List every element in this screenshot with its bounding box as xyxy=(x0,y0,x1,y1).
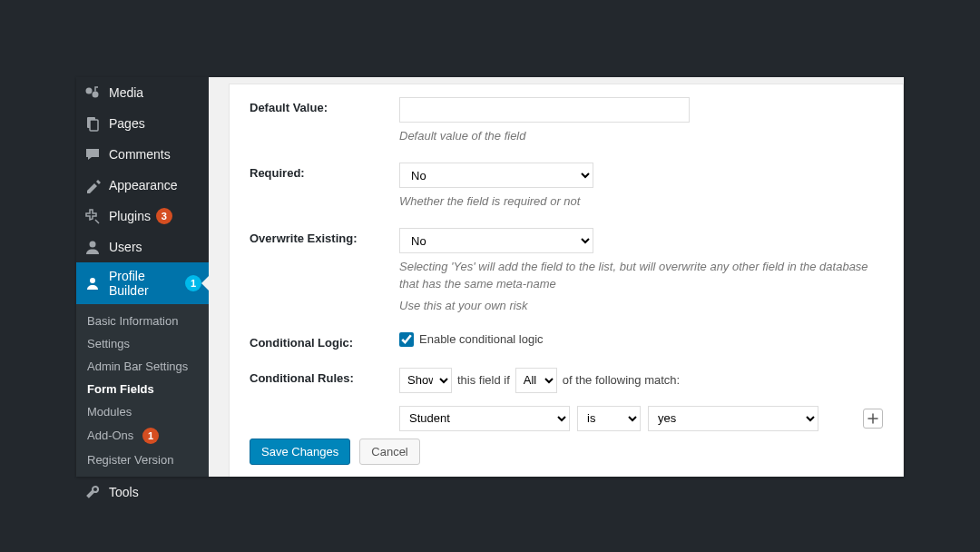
menu-label: Plugins xyxy=(109,209,151,223)
menu-profile-builder[interactable]: Profile Builder 1 xyxy=(76,262,209,304)
menu-label: Appearance xyxy=(109,178,178,192)
tools-icon xyxy=(83,483,102,501)
menu-label: Profile Builder xyxy=(109,269,180,298)
admin-sidebar: Media Pages Comments Appearance Plugi xyxy=(76,77,209,477)
cancel-button[interactable]: Cancel xyxy=(359,439,419,465)
save-button[interactable]: Save Changes xyxy=(250,439,350,465)
pages-icon xyxy=(83,114,102,133)
input-default-value[interactable] xyxy=(399,97,690,123)
submenu-basic-info[interactable]: Basic Information xyxy=(76,310,209,332)
submenu-modules[interactable]: Modules xyxy=(76,400,209,423)
add-rule-button[interactable] xyxy=(863,409,883,429)
svg-point-0 xyxy=(86,88,93,94)
label-cond-logic: Conditional Logic: xyxy=(250,332,399,350)
desc-required: Whether the field is required or not xyxy=(399,193,883,210)
submenu-register-version[interactable]: Register Version xyxy=(76,448,209,471)
desc-overwrite: Selecting 'Yes' will add the field to th… xyxy=(399,259,883,291)
profile-builder-icon xyxy=(83,274,102,292)
label-cond-rules: Conditional Rules: xyxy=(250,368,399,431)
menu-tools[interactable]: Tools xyxy=(76,477,209,508)
checkbox-label-cond-logic: Enable conditional logic xyxy=(419,332,544,346)
svg-point-1 xyxy=(93,92,99,98)
desc-overwrite-2: Use this at your own risk xyxy=(399,298,883,314)
checkbox-cond-logic[interactable] xyxy=(399,332,414,347)
menu-comments[interactable]: Comments xyxy=(76,139,209,170)
svg-point-5 xyxy=(90,242,96,248)
users-icon xyxy=(83,238,102,256)
form-panel: Default Value: Default value of the fiel… xyxy=(229,84,904,477)
menu-media[interactable]: Media xyxy=(76,77,209,108)
select-rule-value[interactable]: yes xyxy=(648,406,818,431)
select-rule-op[interactable]: is xyxy=(577,406,641,431)
menu-users[interactable]: Users xyxy=(76,232,209,262)
plugins-icon xyxy=(83,207,102,225)
menu-label: Media xyxy=(109,85,143,100)
menu-pages[interactable]: Pages xyxy=(76,108,209,139)
profile-builder-submenu: Basic Information Settings Admin Bar Set… xyxy=(76,304,209,477)
select-rule-field[interactable]: Student xyxy=(399,406,570,431)
svg-point-6 xyxy=(90,278,95,283)
addons-badge: 1 xyxy=(142,428,159,444)
select-overwrite[interactable]: No xyxy=(399,228,593,253)
menu-label: Pages xyxy=(109,116,145,131)
submenu-form-fields[interactable]: Form Fields xyxy=(76,378,209,400)
menu-label: Users xyxy=(109,240,142,254)
checkbox-row-cond-logic[interactable]: Enable conditional logic xyxy=(399,332,883,347)
select-required[interactable]: No xyxy=(399,163,593,188)
submenu-addons[interactable]: Add-Ons 1 xyxy=(76,423,209,448)
select-rule-action[interactable]: Show xyxy=(399,368,452,393)
menu-label: Comments xyxy=(109,147,171,162)
appearance-icon xyxy=(83,176,102,194)
content-area: Default Value: Default value of the fiel… xyxy=(209,77,904,477)
select-rule-scope[interactable]: All xyxy=(515,368,557,393)
plugins-badge: 3 xyxy=(156,208,172,224)
rule-text-2: of the following match: xyxy=(563,373,680,387)
menu-appearance[interactable]: Appearance xyxy=(76,170,209,201)
svg-rect-3 xyxy=(90,120,98,131)
media-icon xyxy=(83,84,102,102)
desc-default-value: Default value of the field xyxy=(399,128,883,144)
profile-builder-badge: 1 xyxy=(185,275,201,291)
submenu-admin-bar[interactable]: Admin Bar Settings xyxy=(76,355,209,378)
menu-plugins[interactable]: Plugins 3 xyxy=(76,201,209,232)
submenu-settings[interactable]: Settings xyxy=(76,332,209,355)
rule-text-1: this field if xyxy=(457,373,510,387)
label-overwrite: Overwrite Existing: xyxy=(250,228,399,314)
plus-icon xyxy=(867,413,878,424)
menu-label: Tools xyxy=(109,485,139,499)
comments-icon xyxy=(83,145,102,163)
label-default-value: Default Value: xyxy=(250,97,399,144)
label-required: Required: xyxy=(250,163,399,210)
